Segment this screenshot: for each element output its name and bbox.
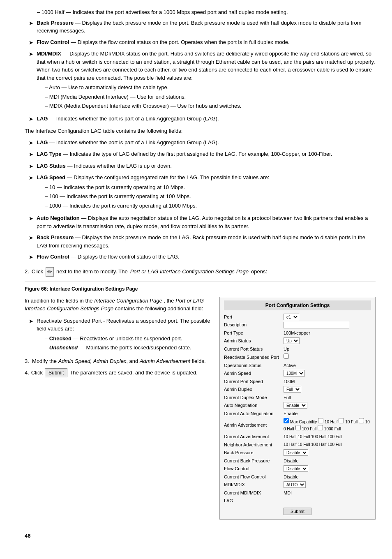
field-operational-status: Operational Status Active bbox=[224, 362, 371, 369]
step2-num: 2. bbox=[25, 268, 29, 276]
step2-click: Click bbox=[32, 268, 43, 276]
step2-end: opens: bbox=[251, 268, 267, 276]
lag-bullet-0: ➤ LAG — Indicates whether the port is pa… bbox=[25, 139, 376, 147]
two-col-layout: In addition to the fields in the Interfa… bbox=[25, 297, 376, 520]
flow-control-select[interactable]: Disable bbox=[284, 465, 308, 472]
field-lag: LAG bbox=[224, 497, 371, 504]
field-current-port-status: Current Port Status Up bbox=[224, 346, 371, 353]
admin-speed-select[interactable]: 100M bbox=[284, 370, 305, 377]
lag-bullet-2: ➤ LAG Status — Indicates whether the LAG… bbox=[25, 162, 376, 171]
term-mdi-mdix: MDI/MDIX bbox=[37, 51, 61, 57]
desc-lag-top: — Indicates whether the port is part of … bbox=[49, 115, 219, 122]
submit-button[interactable]: Submit bbox=[45, 368, 67, 377]
lag-section-intro: The Interface Configuration LAG table co… bbox=[25, 127, 376, 135]
field-current-adv: Current Advertisement 10 Half 10 Full 10… bbox=[224, 433, 371, 440]
step4-line: 4. Click Submit The parameters are saved… bbox=[25, 368, 211, 377]
field-current-back-pressure: Current Back Pressure Disable bbox=[224, 457, 371, 464]
field-flow-control: Flow Control Disable bbox=[224, 465, 371, 472]
admin-duplex-select[interactable]: Full bbox=[284, 386, 301, 393]
step2-suffix: next to the item to modify. The bbox=[56, 268, 128, 276]
panel-title: Port Configuration Settings bbox=[224, 300, 371, 310]
right-column: Port Configuration Settings Port e1 Desc… bbox=[219, 297, 376, 520]
field-admin-duplex: Admin Duplex Full bbox=[224, 386, 371, 393]
field-current-flow-control: Current Flow Control Disable bbox=[224, 474, 371, 480]
left-col-intro: In addition to the fields in the Interfa… bbox=[25, 297, 211, 313]
bullet-flow-control: ➤ Flow Control — Displays the flow contr… bbox=[25, 38, 376, 47]
page-number: 46 bbox=[25, 532, 376, 540]
bullet-mdi-mdix: ➤ MDI/MDIX — Displays the MDI/MDIX statu… bbox=[25, 50, 376, 111]
page-wrapper: – 1000 Half — Indicates that the port ad… bbox=[25, 8, 376, 540]
adv-10half[interactable] bbox=[318, 418, 323, 423]
adv-100half[interactable] bbox=[359, 418, 364, 423]
field-admin-adv: Admin Advertisement Max Capability 10 Ha… bbox=[224, 418, 371, 432]
field-current-auto-neg: Current Auto Negotiation Enable bbox=[224, 410, 371, 417]
field-admin-status: Admin Status Up bbox=[224, 337, 371, 344]
field-neighbor-adv: Neighbor Advertisement 10 Half 10 Full 1… bbox=[224, 441, 371, 448]
port-config-panel: Port Configuration Settings Port e1 Desc… bbox=[219, 297, 376, 520]
lag-bullet-4: ➤ Auto Negotiation — Displays the auto n… bbox=[25, 214, 376, 230]
field-current-duplex: Current Duplex Mode Full bbox=[224, 394, 371, 401]
bullet-arrow-4: ➤ bbox=[29, 115, 33, 123]
port-select[interactable]: e1 bbox=[284, 314, 299, 320]
field-mdi-mdix: MDI/MDIX AUTO bbox=[224, 481, 371, 488]
back-pressure-select[interactable]: Disable bbox=[284, 449, 308, 456]
field-back-pressure: Back Pressure Disable bbox=[224, 449, 371, 456]
lag-bullets: ➤ LAG — Indicates whether the port is pa… bbox=[25, 139, 376, 261]
step4-end: The parameters are saved, and the device… bbox=[69, 369, 197, 377]
bullet-arrow-2: ➤ bbox=[29, 39, 33, 47]
lag-speed-sublist: – 10 — Indicates the port is currently o… bbox=[45, 183, 376, 210]
mdi-sub-mdi: – MDI (Media Dependent Interface) — Use … bbox=[45, 93, 376, 101]
step2-italic: Port or LAG Interface Configuration Sett… bbox=[130, 268, 249, 276]
lag-bullet-3: ➤ LAG Speed — Displays the configured ag… bbox=[25, 173, 376, 211]
field-port-type: Port Type 100M-copper bbox=[224, 330, 371, 337]
lag-bullet-1: ➤ LAG Type — Indicates the type of LAG d… bbox=[25, 150, 376, 159]
figure-caption: Figure 66: Interface Configuration Setti… bbox=[25, 282, 376, 293]
field-port: Port e1 bbox=[224, 314, 371, 321]
bullet-back-pressure: ➤ Back Pressure — Displays the back pres… bbox=[25, 19, 376, 35]
lag-bullet-6: ➤ Flow Control — Displays the flow contr… bbox=[25, 253, 376, 261]
field-current-mdi-mdix: Current MDI/MDIX MDI bbox=[224, 490, 371, 497]
adv-1000full[interactable] bbox=[318, 425, 323, 430]
field-description: Description bbox=[224, 321, 371, 328]
step4-click: Click bbox=[31, 369, 43, 377]
field-admin-speed: Admin Speed 100M bbox=[224, 370, 371, 377]
step4-num: 4. bbox=[25, 369, 29, 377]
reactivate-bullet: ➤ Reactivate Suspended Port - Reactivate… bbox=[25, 317, 211, 353]
left-column: In addition to the fields in the Interfa… bbox=[25, 297, 211, 381]
adv-10full[interactable] bbox=[339, 418, 344, 423]
bullet-arrow: ➤ bbox=[29, 19, 33, 35]
adv-100full[interactable] bbox=[295, 425, 301, 430]
mdi-sub-list: – Auto — Use to automatically detect the… bbox=[45, 83, 376, 110]
term-back-pressure: Back Pressure bbox=[37, 20, 74, 26]
field-current-port-speed: Current Port Speed 100M bbox=[224, 378, 371, 385]
mdi-sub-auto: – Auto — Use to automatically detect the… bbox=[45, 83, 376, 92]
desc-back-pressure: — Displays the back pressure mode on the… bbox=[37, 20, 362, 34]
submit-row: Submit bbox=[224, 508, 371, 515]
panel-submit-button[interactable]: Submit bbox=[284, 508, 311, 515]
admin-status-select[interactable]: Up bbox=[284, 337, 300, 344]
top-bullets: ➤ Back Pressure — Displays the back pres… bbox=[25, 19, 376, 123]
reactivate-checkbox[interactable] bbox=[284, 353, 289, 359]
mdi-sub-mdix: – MDIX (Media Dependent Interface with C… bbox=[45, 102, 376, 110]
desc-mdi-mdix: — Displays the MDI/MDIX status on the po… bbox=[37, 51, 375, 81]
term-flow-control: Flow Control bbox=[37, 39, 69, 45]
auto-neg-select[interactable]: Enable bbox=[284, 402, 307, 409]
bullet-lag-top: ➤ LAG — Indicates whether the port is pa… bbox=[25, 115, 376, 123]
description-input[interactable] bbox=[284, 322, 349, 328]
pencil-icon: ✏ bbox=[46, 267, 54, 277]
field-reactivate-suspended: Reactivate Suspended Port bbox=[224, 353, 371, 361]
lag-bullet-5: ➤ Back Pressure — Displays the back pres… bbox=[25, 233, 376, 249]
step2-line: 2. Click ✏ next to the item to modify. T… bbox=[25, 267, 376, 277]
reactivate-sublist: – Checked — Reactivates or unlocks the s… bbox=[45, 335, 211, 352]
adv-max-cap[interactable] bbox=[284, 418, 289, 423]
bullet-arrow-3: ➤ bbox=[29, 50, 33, 111]
mdi-mdix-select[interactable]: AUTO bbox=[284, 481, 306, 488]
field-auto-neg: Auto Negotiation Enable bbox=[224, 402, 371, 409]
step3-line: 3. Modify the Admin Speed, Admin Duplex,… bbox=[25, 357, 211, 365]
term-lag-top: LAG bbox=[37, 115, 48, 122]
intro-indent: – 1000 Half — Indicates that the port ad… bbox=[37, 8, 376, 16]
desc-flow-control: — Displays the flow control status on th… bbox=[71, 39, 290, 45]
